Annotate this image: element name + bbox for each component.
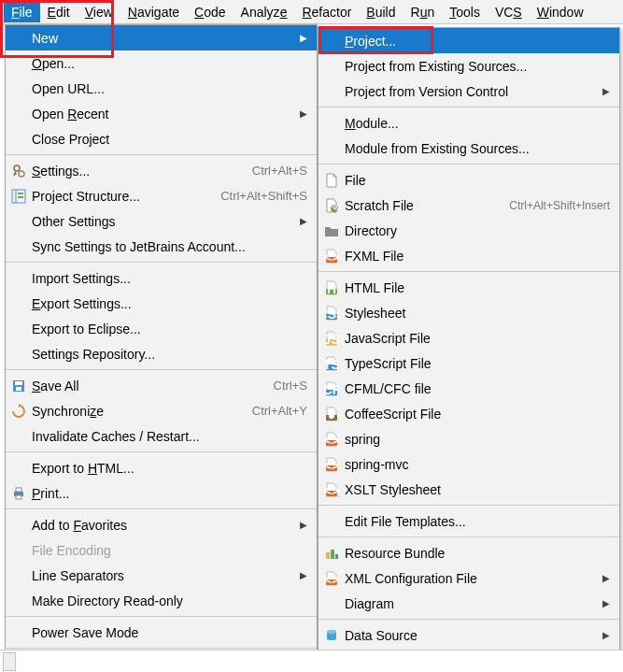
new-menu-item-label: Directory	[341, 223, 610, 238]
file-menu-item-project-structure[interactable]: Project Structure...Ctrl+Alt+Shift+S	[6, 183, 317, 208]
save-icon	[9, 379, 28, 393]
svg-point-1	[19, 171, 24, 177]
file-menu-item-export-to-eclipse[interactable]: Export to Eclipse...	[6, 316, 317, 341]
file-menu-item-open[interactable]: Open...	[6, 50, 317, 76]
svg-rect-11	[16, 495, 21, 499]
svg-text:<>: <>	[324, 482, 339, 497]
file-menu-item-synchronize[interactable]: SynchronizeCtrl+Alt+Y	[6, 398, 317, 423]
new-menu-item-project-from-version-control[interactable]: Project from Version Control▶	[319, 79, 619, 104]
new-menu-item-module-from-existing-sources[interactable]: Module from Existing Sources...	[319, 136, 619, 161]
bottom-strip	[0, 650, 623, 672]
new-submenu: Project...Project from Existing Sources.…	[318, 27, 620, 672]
menu-window[interactable]: Window	[530, 2, 591, 22]
new-menu-item-html-file[interactable]: HHTML File	[319, 275, 619, 300]
file-menu-item-save-all[interactable]: Save AllCtrl+S	[6, 373, 317, 398]
file-menu-item-make-directory-read-only[interactable]: Make Directory Read-only	[6, 588, 317, 613]
new-menu-item-xslt-stylesheet[interactable]: <>XSLT Stylesheet	[319, 477, 619, 502]
file-menu-dropdown: New▶Open...Open URL...Open Recent▶Close …	[5, 24, 318, 672]
new-menu-item-directory[interactable]: Directory	[319, 218, 619, 243]
menu-code[interactable]: Code	[187, 2, 233, 22]
menu-analyze[interactable]: Analyze	[234, 2, 295, 22]
svg-text:<>: <>	[324, 457, 339, 472]
file-icon	[322, 173, 341, 188]
svg-rect-36	[335, 554, 338, 559]
new-menu-item-spring-mvc[interactable]: <>spring-mvc	[319, 451, 619, 477]
menu-file[interactable]: File	[4, 2, 40, 22]
new-menu-item-label: TypeScript File	[341, 356, 610, 371]
svg-point-40	[327, 630, 336, 634]
new-menu-item-module[interactable]: Module...	[319, 110, 619, 136]
svg-rect-7	[15, 381, 22, 385]
menu-build[interactable]: Build	[359, 2, 403, 22]
spring-icon: <>	[322, 457, 341, 472]
new-menu-item-diagram[interactable]: Diagram▶	[319, 591, 619, 616]
file-menu-item-label: Export to HTML...	[28, 461, 307, 476]
file-menu-item-settings-repository[interactable]: Settings Repository...	[6, 341, 317, 366]
shortcut-label: Ctrl+Alt+Y	[252, 404, 307, 418]
file-menu-item-import-settings[interactable]: Import Settings...	[6, 265, 317, 291]
menu-vcs[interactable]: VCS	[488, 2, 530, 22]
new-menu-item-separator	[319, 536, 619, 537]
new-menu-item-coffeescript-file[interactable]: ●CoffeeScript File	[319, 401, 619, 426]
file-menu-item-file-encoding: File Encoding	[6, 537, 317, 563]
svg-rect-4	[18, 193, 23, 194]
file-menu-item-label: Export Settings...	[28, 296, 307, 311]
svg-text:CSS: CSS	[324, 306, 339, 321]
project-structure-icon	[9, 189, 28, 204]
new-menu-item-xml-configuration-file[interactable]: <>XML Configuration File▶	[319, 565, 619, 591]
file-menu-item-open-recent[interactable]: Open Recent▶	[6, 101, 317, 126]
new-menu-item-label: HTML File	[341, 280, 610, 295]
file-menu-item-other-settings[interactable]: Other Settings▶	[6, 208, 317, 234]
bottom-tab[interactable]	[3, 652, 16, 671]
menu-run[interactable]: Run	[404, 2, 443, 22]
new-menu-item-label: Scratch File	[341, 198, 509, 213]
file-menu-item-print[interactable]: Print...	[6, 480, 317, 506]
new-menu-item-project-from-existing-sources[interactable]: Project from Existing Sources...	[319, 53, 619, 79]
file-menu-item-sync-settings-to-jetbrains-account[interactable]: Sync Settings to JetBrains Account...	[6, 234, 317, 259]
file-menu-item-label: Synchronize	[28, 404, 252, 419]
new-menu-item-project[interactable]: Project...	[319, 28, 619, 53]
new-menu-item-stylesheet[interactable]: CSSStylesheet	[319, 300, 619, 325]
submenu-arrow-icon: ▶	[602, 573, 610, 583]
new-menu-item-typescript-file[interactable]: TSTypeScript File	[319, 350, 619, 376]
new-menu-item-data-source[interactable]: Data Source▶	[319, 622, 619, 648]
file-menu-item-export-to-html[interactable]: Export to HTML...	[6, 455, 317, 480]
menu-view[interactable]: View	[78, 2, 120, 22]
menu-refactor[interactable]: Refactor	[294, 2, 359, 22]
new-menu-item-label: CFML/CFC file	[341, 381, 610, 396]
file-menu-item-line-separators[interactable]: Line Separators▶	[6, 563, 317, 588]
file-menu-item-export-settings[interactable]: Export Settings...	[6, 291, 317, 316]
file-menu-item-power-save-mode[interactable]: Power Save Mode	[6, 620, 317, 645]
file-menu-item-close-project[interactable]: Close Project	[6, 126, 317, 151]
print-icon	[9, 486, 28, 501]
menu-navigate[interactable]: Navigate	[120, 2, 187, 22]
file-menu-item-open-url[interactable]: Open URL...	[6, 76, 317, 101]
new-menu-item-edit-file-templates[interactable]: Edit File Templates...	[319, 508, 619, 534]
file-menu-item-label: Import Settings...	[28, 271, 307, 286]
new-menu-item-scratch-file[interactable]: ✎Scratch FileCtrl+Alt+Shift+Insert	[319, 193, 619, 218]
file-menu-item-invalidate-caches-restart[interactable]: Invalidate Caches / Restart...	[6, 423, 317, 449]
file-menu-item-new[interactable]: New▶	[6, 25, 317, 50]
sync-icon	[9, 404, 28, 419]
file-menu-item-label: Open...	[28, 56, 307, 71]
svg-rect-34	[326, 552, 330, 559]
new-menu-item-javascript-file[interactable]: JSJavaScript File	[319, 325, 619, 350]
file-menu-item-label: Save All	[28, 379, 274, 393]
svg-rect-10	[16, 488, 21, 492]
menu-tools[interactable]: Tools	[442, 2, 488, 22]
svg-text:H: H	[327, 280, 336, 295]
file-menu-item-add-to-favorites[interactable]: Add to Favorites▶	[6, 512, 317, 537]
svg-rect-35	[331, 550, 334, 559]
new-menu-item-cfml-cfc-file[interactable]: CFCFML/CFC file	[319, 376, 619, 401]
file-menu-item-label: File Encoding	[28, 543, 307, 558]
shortcut-label: Ctrl+Alt+Shift+Insert	[509, 199, 610, 212]
new-menu-item-file[interactable]: File	[319, 167, 619, 193]
new-menu-item-fxml-file[interactable]: <>FXML File	[319, 243, 619, 268]
file-menu-item-settings[interactable]: Settings...Ctrl+Alt+S	[6, 158, 317, 183]
new-menu-item-label: JavaScript File	[341, 331, 610, 346]
menu-edit[interactable]: Edit	[40, 2, 78, 22]
new-menu-item-label: Diagram	[341, 596, 602, 611]
new-menu-item-label: Project from Existing Sources...	[341, 59, 610, 74]
new-menu-item-resource-bundle[interactable]: Resource Bundle	[319, 540, 619, 565]
new-menu-item-spring[interactable]: <>spring	[319, 426, 619, 451]
